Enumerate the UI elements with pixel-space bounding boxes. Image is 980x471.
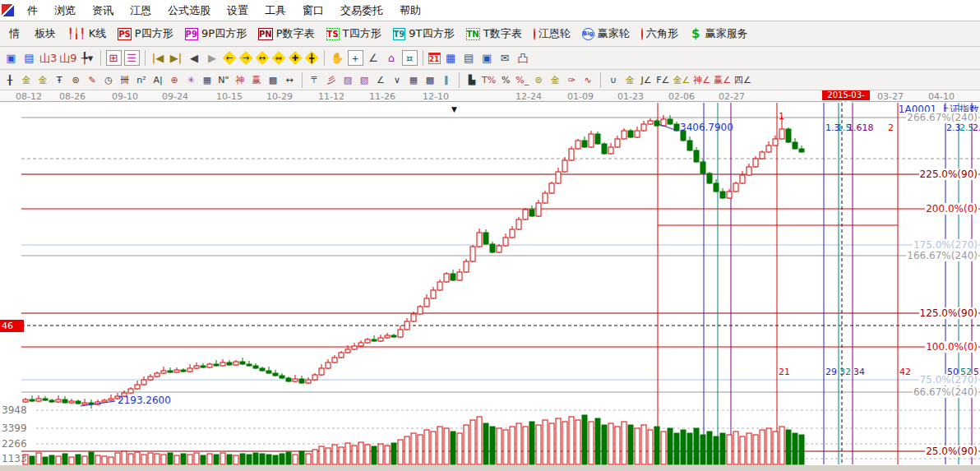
gann-level-label: 125.0%(90)	[919, 307, 978, 319]
bottom-scrollbar[interactable]	[0, 465, 980, 471]
volume-scale-label: 3399	[2, 423, 27, 434]
low-price-label: 2193.2600	[118, 395, 171, 406]
gann-level-label: 200.0%(0)	[925, 203, 978, 215]
gann-level-label: 225.0%(90)	[919, 169, 978, 180]
gann-level-label: 25.0%(90)	[925, 446, 978, 457]
gann-ratio-label: 2.5	[959, 122, 974, 133]
candlestick-series	[23, 115, 804, 409]
gann-ratio-label: 1	[779, 111, 784, 122]
volume-scale-label: 2266	[2, 438, 27, 450]
gann-trading-app: 件浏览资讯江恩公式选股设置工具窗口交易委托帮助 情 板块 ╿╽╿ K线 PS P…	[0, 0, 980, 471]
price-level-box: 46	[0, 320, 24, 332]
gann-count-label: 32	[839, 367, 851, 377]
gann-level-label: 66.67%(240)	[913, 386, 978, 398]
gann-level-label: 175.0%(270)	[913, 239, 978, 251]
gann-count-label: 34	[853, 367, 865, 377]
gann-level-label: 266.67%(240)	[906, 112, 978, 123]
gann-ratio-label: 2.618	[973, 122, 980, 133]
gann-count-label: 42	[899, 367, 911, 377]
annotation-trendlines	[81, 124, 677, 406]
volume-scale-label: 3948	[2, 404, 27, 416]
gann-ratio-label: 1.618	[848, 122, 874, 133]
peak-marker-icon: ▼	[451, 105, 457, 113]
high-price-label: 3406.7900	[680, 122, 733, 133]
gann-count-label: 55	[973, 367, 980, 377]
gann-count-label: 52	[960, 367, 972, 377]
gann-level-label: 100.0%(0)	[925, 341, 978, 353]
gann-ratio-label: 2	[888, 122, 894, 133]
volume-scale-label: 1133	[2, 453, 27, 464]
gann-count-label: 29	[825, 367, 837, 377]
gann-level-label: 166.67%(240)	[906, 250, 978, 261]
volume-series	[23, 415, 804, 464]
gann-count-label: 50	[947, 367, 959, 377]
gann-ratio-label: 2.3	[946, 122, 961, 133]
gann-count-label: 21	[779, 367, 790, 377]
